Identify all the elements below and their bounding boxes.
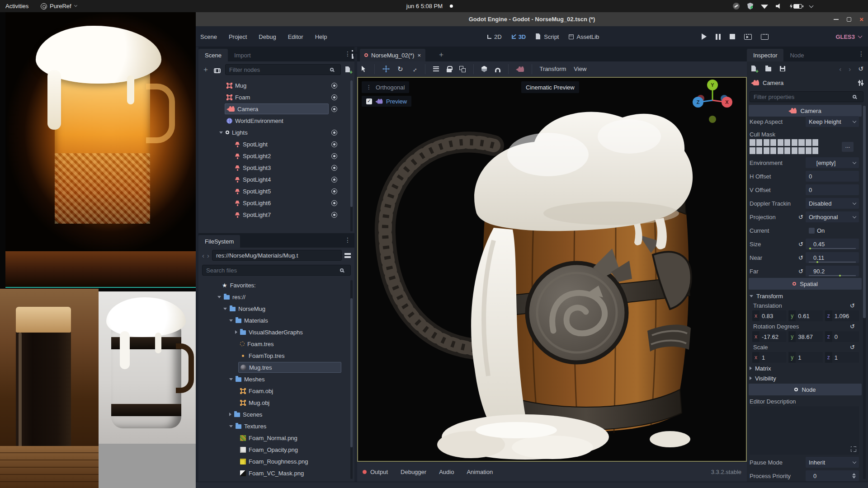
dock-menu-icon[interactable]: ⋮ xyxy=(344,236,351,244)
window-titlebar[interactable]: Godot Engine - Godot - NorseMug_02.tscn … xyxy=(196,12,868,26)
toggle-split-mode-icon[interactable] xyxy=(344,253,351,258)
scene-tree-scrollbar[interactable] xyxy=(350,80,353,231)
translation-y-field[interactable]: y0.61 xyxy=(788,310,822,321)
group-transform[interactable]: Transform xyxy=(750,291,859,301)
camera-preview-toggle[interactable]: Preview xyxy=(362,96,411,107)
fs-file-mug-tres[interactable]: Mug.tres xyxy=(198,361,354,373)
inspector-scrollbar[interactable] xyxy=(863,106,866,479)
history-forward-icon[interactable]: › xyxy=(849,65,851,73)
visibility-eye-icon[interactable] xyxy=(331,141,337,147)
history-back-icon[interactable]: ‹ xyxy=(839,65,841,73)
menu-help[interactable]: Help xyxy=(315,33,327,40)
rotation-y-field[interactable]: y38.67 xyxy=(788,331,822,342)
fs-res-root[interactable]: res:// xyxy=(198,291,354,303)
fs-folder-textures[interactable]: Textures xyxy=(198,420,354,432)
close-tab-icon[interactable]: × xyxy=(417,52,421,59)
filesystem-scrollbar[interactable] xyxy=(350,280,353,479)
play-custom-scene-button[interactable] xyxy=(761,34,769,40)
expand-textarea-icon[interactable] xyxy=(851,446,856,452)
viewport-menu-dots[interactable]: ⋮ xyxy=(366,84,373,90)
group-visibility[interactable]: Visibility xyxy=(750,373,859,384)
scene-node-foam[interactable]: Foam xyxy=(198,91,354,103)
visibility-eye-icon[interactable] xyxy=(331,177,337,183)
process-priority-spinner[interactable]: 0 xyxy=(806,470,859,481)
scene-node-spotlight5[interactable]: SpotLight5 xyxy=(198,185,354,197)
select-tool-icon[interactable] xyxy=(362,66,367,72)
visibility-eye-icon[interactable] xyxy=(331,153,337,159)
clock-button[interactable]: jun 6 5:08 PM xyxy=(403,0,457,12)
new-resource-icon[interactable] xyxy=(751,66,757,72)
local-space-icon[interactable] xyxy=(481,66,487,72)
extra-tools-icon[interactable] xyxy=(858,80,863,86)
menu-debug[interactable]: Debug xyxy=(259,33,276,40)
history-back-icon[interactable]: ‹ xyxy=(202,252,204,259)
add-node-button[interactable]: ＋ xyxy=(202,65,209,75)
size-spin-slider[interactable]: 0.45 xyxy=(806,239,859,249)
dock-menu-icon[interactable]: ⋮ xyxy=(858,50,864,57)
ungroup-icon[interactable] xyxy=(459,66,466,72)
play-scene-button[interactable] xyxy=(744,34,752,40)
lock-icon[interactable] xyxy=(447,69,452,72)
snap-magnet-icon[interactable] xyxy=(495,68,500,72)
load-resource-icon[interactable] xyxy=(765,67,771,71)
menu-project[interactable]: Project xyxy=(229,33,247,40)
scene-node-mug[interactable]: Mug xyxy=(198,80,354,91)
3d-viewport[interactable]: ⋮ Orthogonal Preview Cinematic Preview xyxy=(357,77,747,462)
transform-menu[interactable]: Transform xyxy=(540,66,566,72)
revert-icon[interactable]: ↺ xyxy=(798,254,803,261)
app-menu-pureref[interactable]: PureRef xyxy=(37,0,81,12)
maximize-button[interactable] xyxy=(847,17,851,22)
view-axis-gizmo[interactable]: Y Z X xyxy=(685,79,740,126)
expand-arrow-icon[interactable] xyxy=(235,330,237,334)
pause-button[interactable] xyxy=(716,34,721,40)
attach-script-icon[interactable] xyxy=(345,66,351,73)
list-select-icon[interactable] xyxy=(433,66,439,71)
new-scene-tab-button[interactable]: ＋ xyxy=(438,50,445,60)
audio-button[interactable]: Audio xyxy=(439,469,454,475)
cull-mask-more-button[interactable]: ... xyxy=(842,142,854,152)
visibility-eye-icon[interactable] xyxy=(331,83,337,89)
visibility-eye-icon[interactable] xyxy=(331,165,337,171)
visibility-eye-icon[interactable] xyxy=(331,106,337,112)
translation-z-field[interactable]: z1.096 xyxy=(825,310,859,321)
fs-file-foam-normal[interactable]: Foam_Normal.png xyxy=(198,432,354,444)
group-matrix[interactable]: Matrix xyxy=(750,363,859,374)
menu-editor[interactable]: Editor xyxy=(288,33,303,40)
projection-label[interactable]: ⋮ Orthogonal xyxy=(362,81,409,93)
view-menu[interactable]: View xyxy=(574,66,586,72)
search-files-input[interactable] xyxy=(202,265,351,276)
collapse-arrow-icon[interactable] xyxy=(229,319,233,322)
fs-file-mug-obj[interactable]: Mug.obj xyxy=(198,397,354,408)
fs-file-foam-vc-mask[interactable]: Foam_VC_Mask.png xyxy=(198,467,354,479)
scene-node-camera[interactable]: Camera xyxy=(198,103,354,115)
tab-scene[interactable]: Scene xyxy=(198,49,228,61)
scale-y-field[interactable]: y1 xyxy=(788,352,822,363)
category-spatial[interactable]: Spatial xyxy=(749,278,862,290)
instance-scene-icon[interactable] xyxy=(214,68,221,72)
fs-folder-norsemug[interactable]: NorseMug xyxy=(198,303,354,314)
workspace-assetlib[interactable]: AssetLib xyxy=(569,33,599,40)
collapse-arrow-icon[interactable] xyxy=(223,308,227,310)
visibility-eye-icon[interactable] xyxy=(331,130,337,136)
keep-aspect-dropdown[interactable]: Keep Height xyxy=(806,116,859,127)
dock-menu-icon[interactable]: ⋮ xyxy=(344,50,351,57)
minimize-button[interactable] xyxy=(834,19,839,20)
tab-import[interactable]: Import xyxy=(228,49,257,61)
collapse-arrow-icon[interactable] xyxy=(219,131,223,134)
collapse-arrow-icon[interactable] xyxy=(229,378,233,380)
scene-tab-norsemug02[interactable]: NorseMug_02(*) × xyxy=(360,49,425,61)
play-button[interactable] xyxy=(702,33,707,40)
spinner-arrows-icon[interactable] xyxy=(852,473,856,479)
scene-node-spotlight6[interactable]: SpotLight6 xyxy=(198,197,354,209)
save-resource-icon[interactable] xyxy=(780,66,785,71)
filesystem-path-field[interactable] xyxy=(212,250,342,261)
history-forward-icon[interactable]: › xyxy=(207,252,209,259)
revert-icon[interactable]: ↺ xyxy=(850,344,855,351)
visibility-eye-icon[interactable] xyxy=(331,212,337,218)
visibility-eye-icon[interactable] xyxy=(331,200,337,206)
close-button[interactable]: × xyxy=(859,16,863,23)
near-spin-slider[interactable]: 0.11 xyxy=(806,252,859,263)
reference-image-golden-beer[interactable] xyxy=(5,12,196,288)
output-button[interactable]: Output xyxy=(363,469,388,475)
category-node[interactable]: Node xyxy=(749,384,862,395)
